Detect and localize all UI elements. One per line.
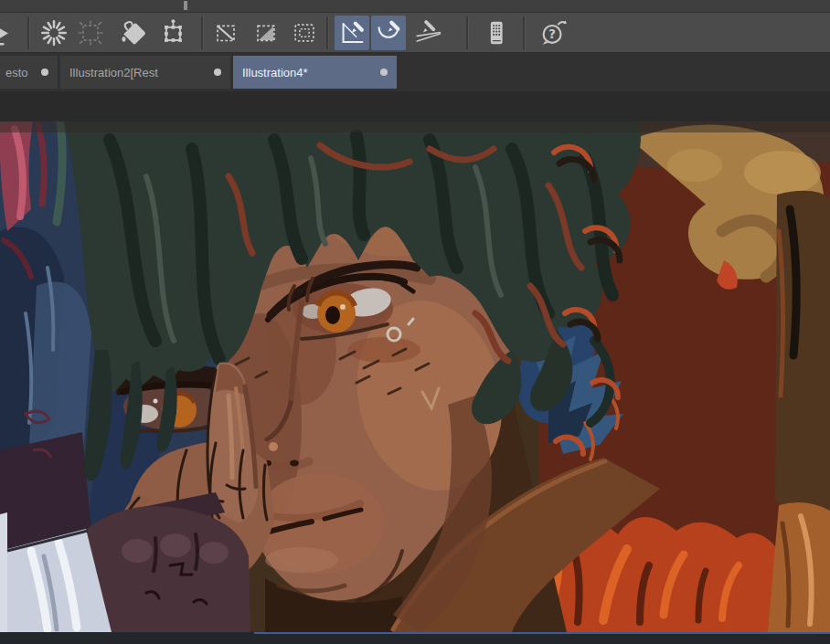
companion-mode-icon[interactable] (479, 16, 514, 50)
artwork-canvas[interactable] (0, 121, 830, 632)
paint-app-window: ? esto Illustration2[Rest Illustration4* (0, 0, 830, 644)
snap-to-grid-icon[interactable] (411, 16, 446, 50)
snap-to-special-ruler-icon[interactable] (371, 16, 406, 50)
modified-dot (41, 69, 48, 76)
cropped-menu-fragment (184, 1, 187, 10)
workspace-gap (0, 91, 830, 121)
tab-label: esto (5, 66, 32, 79)
modified-dot (380, 69, 388, 76)
toolbar-separator (466, 16, 468, 49)
bottom-accent-line (254, 632, 830, 634)
deselect-burst-icon[interactable] (37, 16, 71, 50)
toolbar-separator (326, 16, 328, 49)
help-icon[interactable]: ? (536, 16, 570, 50)
toolbar-separator (523, 16, 525, 49)
tab-document-2[interactable]: Illustration2[Rest (60, 56, 230, 89)
canvas-area (0, 121, 830, 632)
window-top-strip (0, 0, 830, 13)
toolbar-separator (27, 16, 29, 49)
tab-document-3-active[interactable]: Illustration4* (233, 56, 397, 89)
redo-arrow-icon[interactable] (0, 16, 26, 50)
command-toolbar: ? (0, 13, 830, 53)
artwork-top-blend (0, 121, 830, 132)
bottom-edge-bar (0, 632, 830, 644)
reselect-icon[interactable] (73, 16, 108, 50)
modified-dot (214, 69, 221, 76)
tab-label: Illustration4* (242, 66, 371, 79)
document-tabbar: esto Illustration2[Rest Illustration4* (0, 53, 830, 91)
snap-to-ruler-icon[interactable] (335, 16, 369, 50)
clear-selection-icon[interactable] (208, 16, 243, 50)
svg-text:?: ? (548, 27, 556, 41)
fill-bucket-icon[interactable] (117, 16, 152, 50)
toolbar-separator (201, 16, 203, 49)
shrink-selection-icon[interactable] (287, 16, 322, 50)
tab-document-1[interactable]: esto (0, 56, 58, 89)
clear-outside-selection-icon[interactable] (249, 16, 283, 50)
transform-icon[interactable] (155, 16, 190, 50)
tab-label: Illustration2[Rest (69, 66, 205, 79)
